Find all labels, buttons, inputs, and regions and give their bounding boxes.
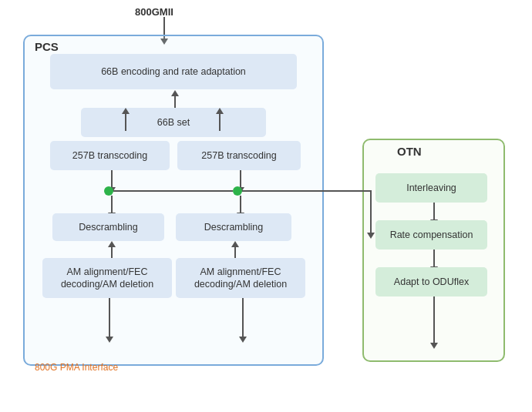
am-left-block: AM alignment/FEC decoding/AM deletion xyxy=(42,258,172,298)
adapt-block: Adapt to ODUflex xyxy=(375,267,487,296)
set66b-block: 66B set xyxy=(81,108,266,137)
arrow-set-to-right-trans xyxy=(216,108,224,131)
descrambling-right-block: Descrambling xyxy=(176,213,291,241)
dot-right xyxy=(233,186,242,196)
arrow-set-to-left-trans xyxy=(122,108,130,131)
top-interface-label: 800GMII xyxy=(135,6,173,18)
hline-between-dots xyxy=(113,190,233,192)
encoding-block: 66B encoding and rate adaptation xyxy=(50,54,297,89)
transcoding-left-block: 257B transcoding xyxy=(50,141,170,170)
diagram-container: 800GMII PCS OTN 66B encoding and rate ad… xyxy=(0,0,532,412)
arrow-am-left-down xyxy=(106,298,113,343)
pma-label: 800G PMA Interface xyxy=(35,362,118,373)
pcs-label: PCS xyxy=(35,40,59,53)
rate-compensation-block: Rate compensation xyxy=(375,220,487,250)
interleaving-block: Interleaving xyxy=(375,173,487,203)
dot-left xyxy=(104,186,113,196)
hline-to-otn xyxy=(242,190,372,192)
am-right-block: AM alignment/FEC decoding/AM deletion xyxy=(176,258,305,298)
otn-label: OTN xyxy=(397,145,422,158)
arrow-am-right-down xyxy=(239,298,247,343)
descrambling-left-block: Descrambling xyxy=(52,213,164,241)
vline-to-interleaving xyxy=(370,190,372,233)
arrow-to-interleaving xyxy=(367,228,375,239)
arrow-adapt-out xyxy=(430,296,438,349)
transcoding-right-block: 257B transcoding xyxy=(177,141,301,170)
